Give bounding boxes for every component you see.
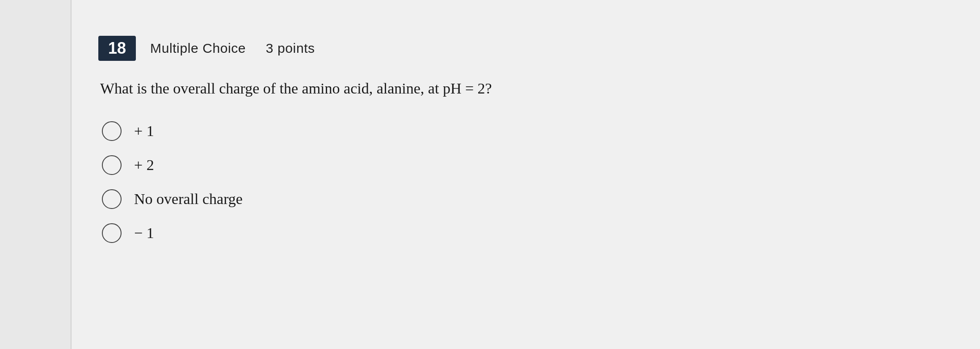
radio-option-3[interactable]	[102, 189, 122, 209]
options-list: + 1 + 2 No overall charge − 1	[102, 121, 953, 243]
page-container: 18 Multiple Choice 3 points What is the …	[0, 0, 980, 349]
radio-option-2[interactable]	[102, 155, 122, 175]
question-number: 18	[98, 36, 136, 61]
left-border	[0, 0, 72, 349]
question-text: What is the overall charge of the amino …	[100, 77, 953, 100]
option-label-1: + 1	[134, 123, 154, 140]
option-item-3[interactable]: No overall charge	[102, 189, 953, 209]
option-item-4[interactable]: − 1	[102, 223, 953, 243]
option-label-4: − 1	[134, 225, 154, 242]
option-item-1[interactable]: + 1	[102, 121, 953, 141]
main-content: 18 Multiple Choice 3 points What is the …	[72, 0, 980, 349]
option-label-2: + 2	[134, 157, 154, 174]
option-item-2[interactable]: + 2	[102, 155, 953, 175]
question-type: Multiple Choice	[150, 41, 246, 55]
radio-option-1[interactable]	[102, 121, 122, 141]
option-label-3: No overall charge	[134, 191, 243, 208]
question-meta: Multiple Choice 3 points	[150, 41, 315, 56]
question-points: 3 points	[266, 41, 315, 55]
question-header: 18 Multiple Choice 3 points	[98, 36, 953, 61]
radio-option-4[interactable]	[102, 223, 122, 243]
